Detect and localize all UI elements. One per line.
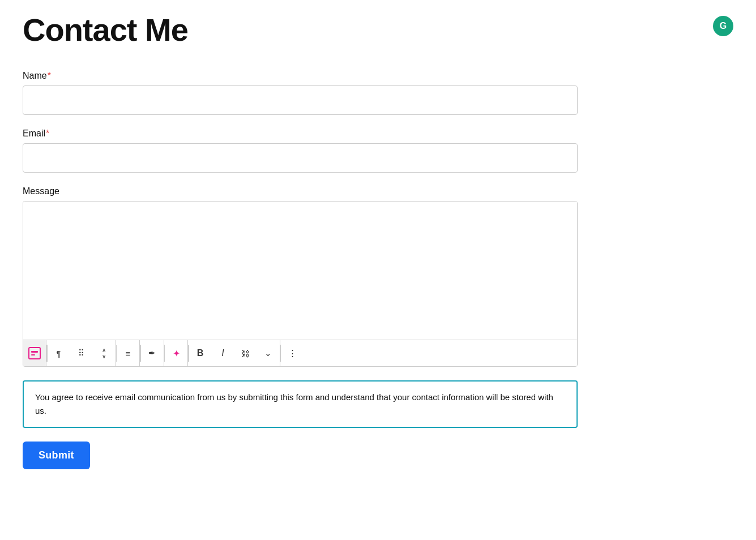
name-group: Name* — [23, 71, 578, 115]
contact-form: Name* Email* Message — [23, 71, 578, 469]
bold-icon: B — [197, 348, 204, 358]
message-textarea[interactable] — [23, 202, 577, 337]
drag-icon: ⠿ — [78, 348, 84, 358]
bold-button[interactable]: B — [189, 340, 212, 366]
toolbar-format-section: B I ⛓ ⌄ — [189, 340, 280, 366]
message-toolbar: ¶ ⠿ ∧ ∨ ≡ — [23, 340, 577, 366]
paragraph-icon: ¶ — [56, 349, 61, 358]
toolbar-sparkle-section: ✦ — [165, 340, 188, 366]
toolbar-pin-section: ✒ — [141, 340, 164, 366]
move-button[interactable]: ∧ ∨ — [93, 340, 116, 366]
email-input[interactable] — [23, 143, 578, 173]
align-icon: ≡ — [126, 349, 131, 358]
submit-button[interactable]: Submit — [23, 442, 90, 469]
toolbar-block-section: ¶ ⠿ ∧ ∨ — [48, 340, 116, 366]
chevron-down-button[interactable]: ⌄ — [257, 340, 280, 366]
message-wrapper: ¶ ⠿ ∧ ∨ ≡ — [23, 201, 578, 367]
pin-button[interactable]: ✒ — [141, 340, 164, 366]
align-button[interactable]: ≡ — [117, 340, 139, 366]
message-label: Message — [23, 186, 578, 196]
more-options-icon: ⋮ — [288, 348, 297, 358]
email-group: Email* — [23, 128, 578, 173]
chevron-down-icon: ⌄ — [264, 348, 272, 358]
email-label: Email* — [23, 128, 578, 139]
paragraph-button[interactable]: ¶ — [48, 340, 70, 366]
name-label: Name* — [23, 71, 578, 81]
italic-button[interactable]: I — [212, 340, 234, 366]
link-icon: ⛓ — [241, 349, 250, 358]
sparkle-button[interactable]: ✦ — [165, 340, 187, 366]
grammarly-line-1 — [31, 351, 38, 353]
email-required-star: * — [46, 128, 49, 138]
toolbar-grammarly-section — [23, 340, 46, 366]
grammarly-badge: G — [713, 16, 733, 36]
message-group: Message ¶ — [23, 186, 578, 367]
name-required-star: * — [48, 71, 51, 80]
sparkle-icon: ✦ — [173, 348, 180, 359]
consent-text: You agree to receive email communication… — [35, 391, 565, 418]
grammarly-toolbar-button[interactable] — [23, 340, 46, 366]
italic-icon: I — [221, 348, 224, 358]
move-icon: ∧ ∨ — [102, 348, 106, 359]
toolbar-align-section: ≡ — [117, 340, 140, 366]
consent-box: You agree to receive email communication… — [23, 380, 578, 428]
more-options-button[interactable]: ⋮ — [281, 340, 304, 366]
link-button[interactable]: ⛓ — [234, 340, 257, 366]
name-input[interactable] — [23, 85, 578, 115]
page-title: Contact Me — [23, 11, 188, 48]
grammarly-toolbar-icon — [28, 347, 41, 359]
pin-icon: ✒ — [148, 348, 156, 358]
drag-button[interactable]: ⠿ — [70, 340, 93, 366]
grammarly-line-2 — [31, 354, 35, 356]
